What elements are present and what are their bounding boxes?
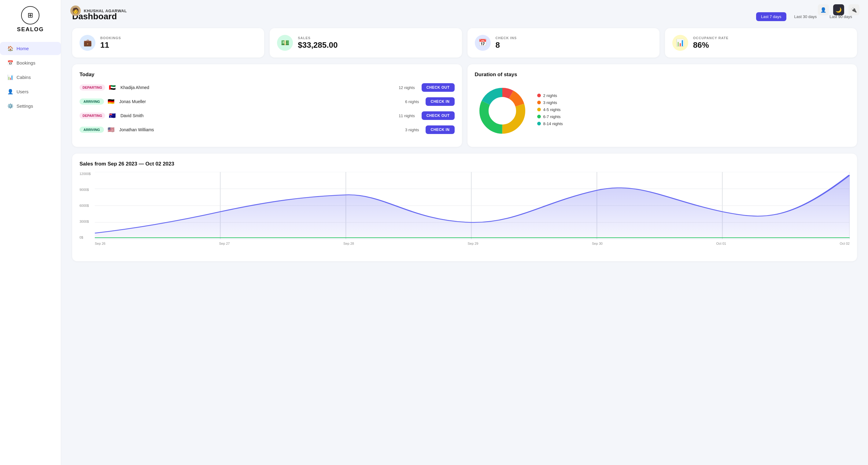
x-axis: Sep 26 Sep 27 Sep 28 Sep 29 Sep 30 Oct 0… xyxy=(95,242,850,245)
departing-badge-0: DEPARTING xyxy=(80,84,105,91)
checkins-stat-icon: 📅 xyxy=(475,35,491,51)
legend-item-3: 6-7 nights xyxy=(537,114,563,119)
checkin-button-3[interactable]: CHECK IN xyxy=(426,125,454,134)
nav-label-bookings: Bookings xyxy=(17,60,35,65)
nav-label-settings: Settings xyxy=(17,104,33,109)
x-label-2: Sep 28 xyxy=(343,242,354,245)
nights-3: 3 nights xyxy=(398,127,419,132)
flag-3: 🇺🇸 xyxy=(107,126,114,133)
departing-badge-2: DEPARTING xyxy=(80,113,105,119)
x-label-4: Sep 30 xyxy=(592,242,602,245)
flag-0: 🇦🇪 xyxy=(109,84,116,91)
x-label-1: Sep 27 xyxy=(219,242,230,245)
donut-section: 2 nights 3 nights 4-5 nights 6-7 nights xyxy=(475,83,850,138)
legend-label-3: 6-7 nights xyxy=(543,114,561,119)
stat-card-occupancy: 📊 OCCUPANCY RATE 86% xyxy=(665,28,857,58)
nights-0: 12 nights xyxy=(394,85,415,90)
stat-card-checkins: 📅 CHECK INS 8 xyxy=(467,28,659,58)
main-content: Dashboard Last 7 days Last 30 days Last … xyxy=(61,0,868,465)
table-row: DEPARTING 🇦🇺 David Smith 11 nights CHECK… xyxy=(80,111,455,120)
x-label-5: Oct 01 xyxy=(716,242,726,245)
x-label-3: Sep 29 xyxy=(468,242,478,245)
stat-info-sales: SALES $33,285.00 xyxy=(298,36,338,50)
guest-name-1: Jonas Mueller xyxy=(119,99,394,104)
y-axis: 12000$ 9000$ 6000$ 3000$ 0$ xyxy=(80,172,91,239)
sidebar-item-users[interactable]: 👤 Users xyxy=(0,85,61,98)
legend-dot-0 xyxy=(537,94,541,97)
arriving-badge-1: ARRIVING xyxy=(80,98,104,105)
logout-button[interactable]: 🔌 xyxy=(848,4,860,15)
svg-point-5 xyxy=(489,97,516,124)
sidebar-item-cabins[interactable]: 📊 Cabins xyxy=(0,71,61,84)
y-label-3: 3000$ xyxy=(80,220,91,223)
today-title: Today xyxy=(80,71,455,78)
legend-dot-2 xyxy=(537,108,541,111)
sales-value: $33,285.00 xyxy=(298,40,338,50)
header-icons: 👤 🌙 🔌 xyxy=(818,4,860,15)
legend-label-4: 8-14 nights xyxy=(543,121,563,126)
user-icon-button[interactable]: 👤 xyxy=(818,4,829,15)
sidebar-item-home[interactable]: 🏠 Home xyxy=(0,42,61,55)
home-icon: 🏠 xyxy=(7,46,13,51)
sales-label: SALES xyxy=(298,36,338,40)
flag-2: 🇦🇺 xyxy=(109,112,116,119)
guest-name-2: David Smith xyxy=(121,113,390,118)
dark-mode-button[interactable]: 🌙 xyxy=(833,4,844,15)
occupancy-label: OCCUPANCY RATE xyxy=(693,36,728,40)
legend-dot-4 xyxy=(537,122,541,125)
table-row: ARRIVING 🇩🇪 Jonas Mueller 6 nights CHECK… xyxy=(80,97,455,106)
guest-name-3: Jonathan Williams xyxy=(119,127,394,132)
nights-1: 6 nights xyxy=(398,99,419,104)
y-label-4: 0$ xyxy=(80,236,91,239)
flag-1: 🇩🇪 xyxy=(107,98,114,105)
arriving-badge-3: ARRIVING xyxy=(80,127,104,133)
legend-label-0: 2 nights xyxy=(543,93,557,98)
nav-label-home: Home xyxy=(17,46,29,51)
user-name: KHUSHAL AGARWAL xyxy=(84,8,127,13)
nav-label-users: Users xyxy=(17,89,28,94)
nights-2: 11 nights xyxy=(394,114,415,118)
stat-info-occupancy: OCCUPANCY RATE 86% xyxy=(693,36,728,50)
sidebar-item-bookings[interactable]: 📅 Bookings xyxy=(0,56,61,69)
checkins-label: CHECK INS xyxy=(496,36,517,40)
duration-legend: 2 nights 3 nights 4-5 nights 6-7 nights xyxy=(537,93,563,128)
duration-card: Duration of stays xyxy=(467,64,857,147)
stat-info-checkins: CHECK INS 8 xyxy=(496,36,517,50)
sidebar-item-settings[interactable]: ⚙️ Settings xyxy=(0,99,61,113)
bookings-icon: 📅 xyxy=(7,60,13,66)
checkin-button-1[interactable]: CHECK IN xyxy=(426,97,454,106)
checkins-value: 8 xyxy=(496,40,517,50)
legend-label-1: 3 nights xyxy=(543,100,557,105)
checkout-button-0[interactable]: CHECK OUT xyxy=(422,83,455,92)
table-row: ARRIVING 🇺🇸 Jonathan Williams 3 nights C… xyxy=(80,125,455,134)
nav-label-cabins: Cabins xyxy=(17,75,31,80)
cabins-icon: 📊 xyxy=(7,74,13,80)
donut-chart xyxy=(475,83,530,138)
lower-section: Today DEPARTING 🇦🇪 Khadija Ahmed 12 nigh… xyxy=(72,64,857,147)
legend-item-2: 4-5 nights xyxy=(537,107,563,112)
y-label-1: 9000$ xyxy=(80,188,91,192)
sales-chart-area: 12000$ 9000$ 6000$ 3000$ 0$ xyxy=(80,172,850,254)
bookings-label: BOOKINGS xyxy=(100,36,121,40)
users-icon: 👤 xyxy=(7,89,13,94)
filter-7days[interactable]: Last 7 days xyxy=(756,12,786,21)
duration-title: Duration of stays xyxy=(475,71,850,78)
app-name: SEALOG xyxy=(17,26,44,33)
occupancy-stat-icon: 📊 xyxy=(672,35,688,51)
legend-item-0: 2 nights xyxy=(537,93,563,98)
guest-name-0: Khadija Ahmed xyxy=(121,85,390,90)
table-row: DEPARTING 🇦🇪 Khadija Ahmed 12 nights CHE… xyxy=(80,83,455,92)
sales-stat-icon: 💵 xyxy=(277,35,293,51)
logo-icon: ⊞ xyxy=(21,6,39,25)
legend-label-2: 4-5 nights xyxy=(543,107,561,112)
sales-card: Sales from Sep 26 2023 — Oct 02 2023 120… xyxy=(72,153,857,261)
stat-card-sales: 💵 SALES $33,285.00 xyxy=(270,28,462,58)
filter-30days[interactable]: Last 30 days xyxy=(789,12,822,21)
avatar: 🧑 xyxy=(70,5,81,16)
stat-info-bookings: BOOKINGS 11 xyxy=(100,36,121,50)
x-label-0: Sep 26 xyxy=(95,242,105,245)
sales-svg-chart xyxy=(95,172,850,239)
checkout-button-2[interactable]: CHECK OUT xyxy=(422,111,455,120)
occupancy-value: 86% xyxy=(693,40,728,50)
legend-item-4: 8-14 nights xyxy=(537,121,563,126)
